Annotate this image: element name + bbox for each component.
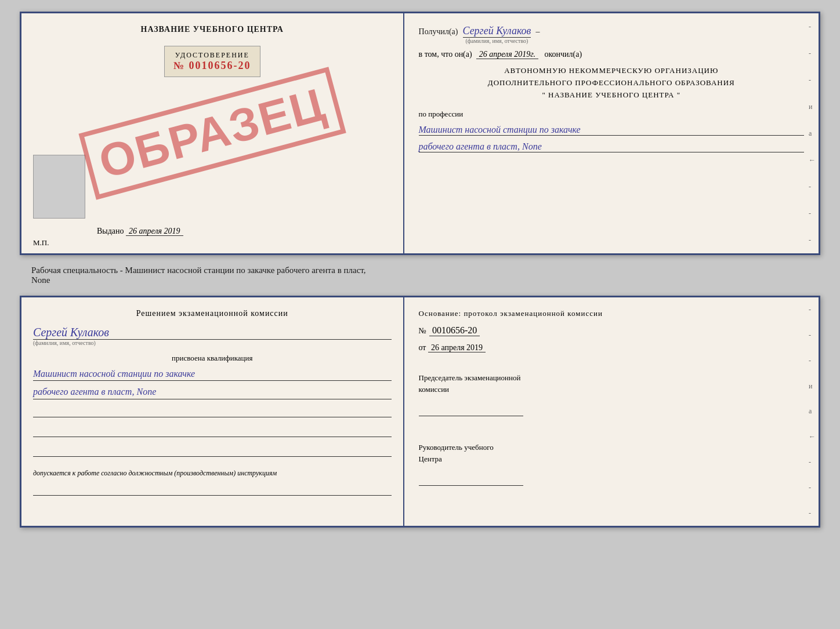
mp-label: М.П. — [33, 238, 49, 248]
udostoverenie-box: УДОСТОВЕРЕНИЕ № 0010656-20 — [164, 46, 260, 77]
middle-line2: None — [31, 275, 809, 285]
bottom-doc-right: Основание: протокол экзаменационной коми… — [404, 297, 819, 526]
bottom-document: Решением экзаменационной комиссии Сергей… — [20, 296, 820, 528]
right-dashes-top: ---иа←--- — [809, 13, 816, 253]
blank-line-4 — [33, 484, 392, 496]
qual-line1: Машинист насосной станции по закачке — [33, 368, 392, 381]
head-label: Руководитель учебного Центра — [419, 442, 804, 464]
stamp-overlay: ОБРАЗЕЦ — [78, 67, 346, 199]
chairman-label: Председатель экзаменационной комиссии — [419, 372, 804, 395]
commission-title: Решением экзаменационной комиссии — [33, 309, 392, 318]
blank-line-1 — [33, 406, 392, 417]
top-doc-right: Получил(а) Сергей Кулаков (фамилия, имя,… — [404, 13, 819, 253]
fio-label-top: (фамилия, имя, отчество) — [466, 38, 528, 44]
head-sign-line — [419, 474, 523, 486]
qual-line2: рабочего агента в пласт, None — [33, 386, 392, 399]
udost-label: УДОСТОВЕРЕНИЕ — [173, 51, 251, 60]
poluchil-label: Получил(а) — [419, 27, 458, 37]
recipient-name: Сергей Кулаков — [463, 25, 531, 38]
middle-text-block: Рабочая специальность - Машинист насосно… — [20, 261, 820, 290]
vtom-line: в том, что он(а) 26 апреля 2019г. окончи… — [419, 50, 804, 59]
profession-line2: рабочего агента в пласт, None — [419, 141, 804, 152]
date-value: 26 апреля 2019г. — [476, 50, 538, 59]
protocol-no-line: № 0010656-20 — [419, 325, 804, 336]
osnov-title: Основание: протокол экзаменационной коми… — [419, 309, 804, 318]
top-document: НАЗВАНИЕ УЧЕБНОГО ЦЕНТРА ОБРАЗЕЦ УДОСТОВ… — [20, 12, 820, 255]
profession-line1: Машинист насосной станции по закачке — [419, 125, 804, 136]
middle-line1: Рабочая специальность - Машинист насосно… — [31, 266, 809, 275]
chairman-sign-line — [419, 405, 523, 416]
top-doc-left: НАЗВАНИЕ УЧЕБНОГО ЦЕНТРА ОБРАЗЕЦ УДОСТОВ… — [21, 13, 404, 253]
udost-number: № 0010656-20 — [173, 60, 251, 72]
vydano-line: Выдано 26 апреля 2019 — [97, 227, 183, 236]
assigned-label: присвоена квалификация — [33, 354, 392, 363]
profession-label: по профессии — [419, 110, 804, 119]
dash-top: – — [535, 27, 540, 37]
fio-label-bottom: (фамилия, имя, отчество) — [33, 340, 392, 346]
protocol-date-line: от 26 апреля 2019 — [419, 343, 804, 352]
protocol-number: 0010656-20 — [429, 325, 480, 336]
person-name-bottom: Сергей Кулаков — [33, 326, 392, 340]
blank-line-3 — [33, 445, 392, 457]
blank-line-2 — [33, 426, 392, 437]
org-block: АВТОНОМНУЮ НЕКОММЕРЧЕСКУЮ ОРГАНИЗАЦИЮ ДО… — [419, 65, 804, 101]
bottom-doc-left: Решением экзаменационной комиссии Сергей… — [21, 297, 404, 526]
photo-placeholder — [33, 155, 85, 219]
dopuskaetsya-text: допускается к работе согласно должностны… — [33, 469, 392, 478]
right-dashes-bottom: ---иа←--- — [809, 297, 816, 526]
top-left-title: НАЗВАНИЕ УЧЕБНОГО ЦЕНТРА — [141, 25, 284, 34]
